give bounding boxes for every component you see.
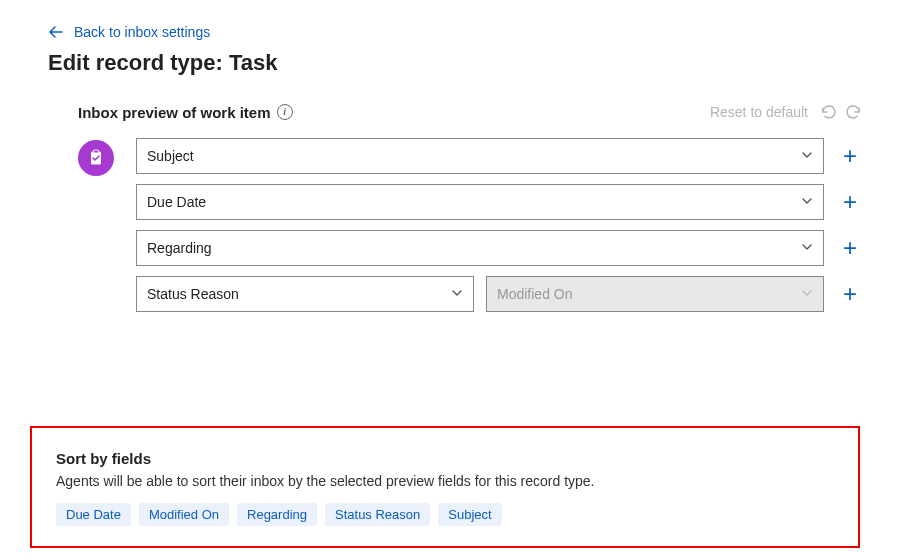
sort-chip[interactable]: Subject [438,503,501,526]
preview-row-3: Status Reason Modified On + [136,276,864,312]
arrow-left-icon [48,24,64,40]
page-root: Back to inbox settings Edit record type:… [0,0,900,558]
sort-by-title: Sort by fields [56,450,834,467]
sort-chip[interactable]: Regarding [237,503,317,526]
preview-fields-column: Subject + Due Date + Regardi [136,138,864,312]
field-select-label: Regarding [147,240,212,256]
chevron-down-icon [801,240,813,256]
field-select-due-date[interactable]: Due Date [136,184,824,220]
record-icon-column [78,138,118,312]
add-field-button[interactable]: + [836,184,864,220]
field-select-label: Due Date [147,194,206,210]
preview-row-2: Regarding + [136,230,864,266]
sort-by-fields-section: Sort by fields Agents will be able to so… [30,426,860,548]
sort-chip[interactable]: Modified On [139,503,229,526]
redo-icon[interactable] [844,102,864,122]
preview-heading: Inbox preview of work item [78,104,271,121]
field-select-subject[interactable]: Subject [136,138,824,174]
back-label: Back to inbox settings [74,24,210,40]
field-select-label: Modified On [497,286,572,302]
back-link[interactable]: Back to inbox settings [48,24,864,40]
add-field-button[interactable]: + [836,230,864,266]
sort-chip[interactable]: Due Date [56,503,131,526]
field-select-status-reason[interactable]: Status Reason [136,276,474,312]
chevron-down-icon [801,194,813,210]
add-field-button[interactable]: + [836,138,864,174]
preview-config-area: Subject + Due Date + Regardi [78,138,864,312]
sort-chip-row: Due Date Modified On Regarding Status Re… [56,503,834,526]
preview-row-1: Due Date + [136,184,864,220]
info-icon[interactable]: i [277,104,293,120]
preview-section-header: Inbox preview of work item i Reset to de… [78,102,864,122]
field-select-label: Subject [147,148,194,164]
page-title: Edit record type: Task [48,50,864,76]
sort-chip[interactable]: Status Reason [325,503,430,526]
clipboard-icon [78,140,114,176]
svg-rect-1 [94,150,99,153]
add-field-button[interactable]: + [836,276,864,312]
chevron-down-icon [451,286,463,302]
preview-row-0: Subject + [136,138,864,174]
field-select-label: Status Reason [147,286,239,302]
reset-to-default-link[interactable]: Reset to default [710,104,808,120]
chevron-down-icon [801,286,813,302]
undo-redo-group [818,102,864,122]
undo-icon[interactable] [818,102,838,122]
field-select-modified-on: Modified On [486,276,824,312]
field-select-regarding[interactable]: Regarding [136,230,824,266]
sort-by-description: Agents will be able to sort their inbox … [56,473,834,489]
preview-heading-wrap: Inbox preview of work item i [78,104,293,121]
preview-header-actions: Reset to default [710,102,864,122]
chevron-down-icon [801,148,813,164]
